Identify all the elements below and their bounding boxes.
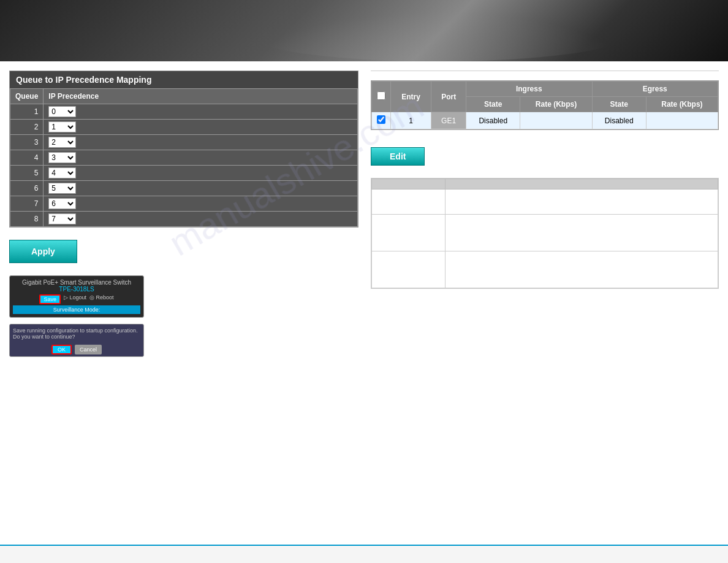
bandwidth-row: 1GE1DisabledDisabled	[372, 112, 718, 129]
bw-egress-rate-header: Rate (Kbps)	[646, 97, 718, 112]
device-mode-bar: Surveillance Mode:	[13, 305, 140, 314]
queue-number: 7	[10, 196, 44, 212]
precedence-cell: 01234567	[44, 196, 358, 212]
egress-rate-cell	[646, 112, 718, 129]
empty-cell-3-1	[372, 251, 446, 288]
precedence-cell: 01234567	[44, 104, 358, 120]
queue-row: 101234567	[10, 104, 358, 120]
bandwidth-table: Entry Port Ingress Egress State Rate (Kb…	[371, 81, 718, 129]
footer	[0, 545, 728, 563]
bw-egress-state-header: State	[592, 97, 646, 112]
precedence-select[interactable]: 01234567	[48, 152, 76, 163]
empty-cell-1-2	[446, 190, 718, 215]
ingress-state-cell: Disabled	[466, 112, 520, 129]
precedence-select[interactable]: 01234567	[48, 167, 76, 178]
dialog-text: Save running configuration to startup co…	[10, 324, 143, 343]
queue-row: 801234567	[10, 212, 358, 227]
bw-entry-header: Entry	[391, 82, 431, 112]
main-content: Queue to IP Precedence Mapping Queue IP …	[0, 61, 728, 366]
empty-cell-1-1	[372, 190, 446, 215]
device-screenshot-1: Gigabit PoE+ Smart Surveillance Switch T…	[9, 275, 144, 318]
queue-number: 4	[10, 150, 44, 166]
precedence-cell: 01234567	[44, 212, 358, 227]
precedence-select[interactable]: 01234567	[48, 183, 76, 194]
precedence-cell: 01234567	[44, 135, 358, 150]
queue-number: 3	[10, 135, 44, 150]
dialog-ok-button[interactable]: OK	[51, 345, 72, 354]
queue-table-container: Queue to IP Precedence Mapping Queue IP …	[9, 71, 358, 228]
queue-number: 1	[10, 104, 44, 120]
empty-table	[371, 178, 718, 288]
queue-row: 201234567	[10, 120, 358, 135]
queue-col-header: Queue	[10, 89, 44, 104]
device-logout-label: ▷ Logout	[64, 294, 86, 304]
empty-col2-header	[446, 179, 718, 190]
precedence-select[interactable]: 01234567	[48, 198, 76, 209]
empty-row-2	[372, 215, 718, 251]
apply-button[interactable]: Apply	[9, 240, 77, 263]
ip-precedence-col-header: IP Precedence	[44, 89, 358, 104]
queue-row: 401234567	[10, 150, 358, 166]
row-checkbox[interactable]	[377, 115, 385, 124]
divider-line	[371, 71, 719, 71]
empty-col1-header	[372, 179, 446, 190]
bw-checkbox-header	[372, 82, 391, 112]
dialog-buttons: OK Cancel	[10, 343, 143, 356]
bw-port-header: Port	[431, 82, 466, 112]
dialog-cancel-button[interactable]: Cancel	[75, 345, 102, 354]
precedence-select[interactable]: 01234567	[48, 121, 76, 132]
bw-ingress-rate-header: Rate (Kbps)	[520, 97, 592, 112]
dialog-screenshot: Save running configuration to startup co…	[9, 324, 144, 357]
bw-ingress-state-header: State	[466, 97, 520, 112]
egress-state-cell: Disabled	[592, 112, 646, 129]
precedence-cell: 01234567	[44, 150, 358, 166]
empty-row-1	[372, 190, 718, 215]
queue-number: 2	[10, 120, 44, 135]
device-inner: Gigabit PoE+ Smart Surveillance Switch T…	[10, 276, 143, 317]
bw-ingress-header: Ingress	[466, 82, 592, 97]
ingress-rate-cell	[520, 112, 592, 129]
left-panel: Queue to IP Precedence Mapping Queue IP …	[9, 71, 358, 357]
precedence-select[interactable]: 01234567	[48, 106, 76, 117]
precedence-select[interactable]: 01234567	[48, 137, 76, 148]
edit-button[interactable]: Edit	[371, 147, 425, 166]
port-cell: GE1	[431, 112, 466, 129]
row-checkbox-cell	[372, 112, 391, 129]
queue-number: 8	[10, 212, 44, 227]
queue-table-title: Queue to IP Precedence Mapping	[10, 71, 358, 88]
empty-cell-2-1	[372, 215, 446, 251]
queue-table: Queue IP Precedence 10123456720123456730…	[10, 88, 358, 227]
queue-number: 6	[10, 181, 44, 196]
device-menu: Save ▷ Logout ◎ Reboot	[13, 294, 140, 304]
right-panel: Entry Port Ingress Egress State Rate (Kb…	[371, 71, 719, 357]
queue-row: 701234567	[10, 196, 358, 212]
precedence-cell: 01234567	[44, 181, 358, 196]
device-save-button[interactable]: Save	[39, 294, 61, 304]
queue-row: 601234567	[10, 181, 358, 196]
empty-cell-3-2	[446, 251, 718, 288]
precedence-select[interactable]: 01234567	[48, 213, 76, 224]
bw-egress-header: Egress	[592, 82, 718, 97]
queue-row: 301234567	[10, 135, 358, 150]
precedence-cell: 01234567	[44, 120, 358, 135]
queue-row: 501234567	[10, 166, 358, 181]
header-banner	[0, 0, 728, 61]
bandwidth-table-container: Entry Port Ingress Egress State Rate (Kb…	[371, 80, 719, 130]
device-title: Gigabit PoE+ Smart Surveillance Switch	[13, 279, 140, 286]
queue-number: 5	[10, 166, 44, 181]
entry-cell: 1	[391, 112, 431, 129]
device-reboot-label: ◎ Reboot	[89, 294, 114, 304]
device-model: TPE-3018LS	[13, 286, 140, 293]
empty-row-3	[372, 251, 718, 288]
empty-table-container	[371, 178, 719, 289]
empty-cell-2-2	[446, 215, 718, 251]
select-all-checkbox[interactable]	[377, 91, 385, 100]
precedence-cell: 01234567	[44, 166, 358, 181]
